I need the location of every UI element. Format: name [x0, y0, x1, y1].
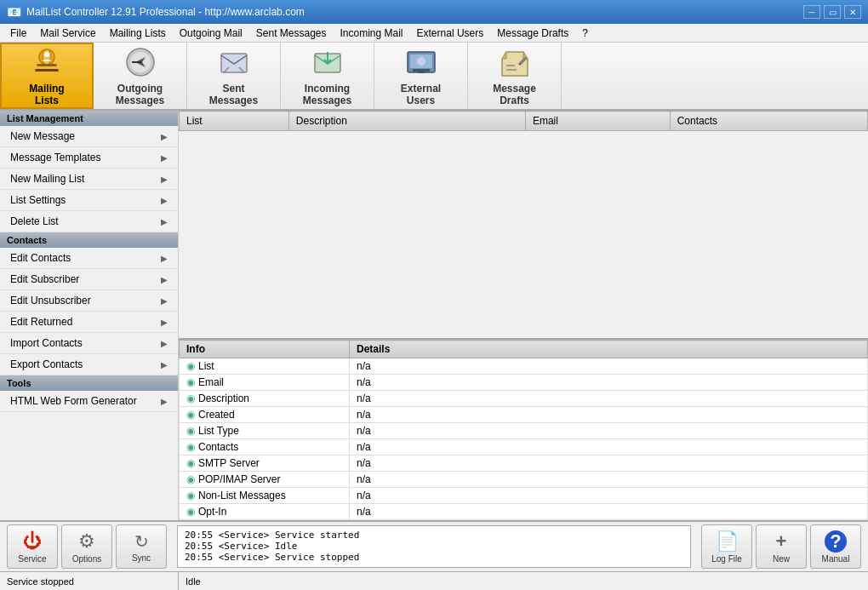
toolbar-mailing-lists-label: MailingLists [29, 83, 64, 106]
detail-row-icon: ◉ [186, 376, 195, 388]
title-bar: 📧 MailList Controller 12.91 Professional… [0, 0, 868, 24]
toolbar-mailing-lists[interactable]: MailingLists [0, 43, 94, 109]
new-mailing-list-arrow-icon: ▶ [161, 175, 168, 184]
service-label: Service [18, 554, 46, 564]
options-label: Options [72, 554, 101, 564]
new-label: New [773, 554, 790, 564]
detail-info-cell: ◉POP/IMAP Server [180, 472, 350, 488]
sync-label: Sync [132, 553, 151, 563]
menu-outgoing-mail[interactable]: Outgoing Mail [173, 26, 249, 41]
main-table: List Description Email Contacts [179, 111, 868, 131]
toolbar-message-drafts[interactable]: MessageDrafts [468, 43, 562, 109]
manual-button[interactable]: ? Manual [810, 524, 861, 569]
edit-contacts-arrow-icon: ▶ [161, 254, 168, 263]
detail-details-cell: n/a [350, 439, 868, 455]
edit-subscriber-arrow-icon: ▶ [161, 275, 168, 284]
sidebar-item-delete-list[interactable]: Delete List ▶ [0, 211, 178, 232]
bottom-area: ⏻ Service ⚙ Options ↻ Sync 20:55 <Servic… [0, 520, 868, 571]
sidebar-item-edit-subscriber[interactable]: Edit Subscriber ▶ [0, 269, 178, 290]
detail-details-cell: n/a [350, 375, 868, 391]
sidebar-section-tools: Tools [0, 375, 178, 391]
menu-help[interactable]: ? [575, 26, 595, 41]
menu-file[interactable]: File [3, 26, 33, 41]
message-templates-arrow-icon: ▶ [161, 153, 168, 163]
sent-messages-icon [217, 45, 251, 79]
detail-table: Info Details ◉Listn/a◉Emailn/a◉Descripti… [179, 340, 868, 520]
sidebar-item-export-contacts[interactable]: Export Contacts ▶ [0, 354, 178, 375]
sidebar-section-list-management: List Management [0, 111, 178, 126]
toolbar-message-drafts-label: MessageDrafts [493, 83, 536, 106]
restore-button[interactable]: ▭ [824, 5, 841, 19]
content-area: List Description Email Contacts Info Det… [179, 111, 868, 520]
close-button[interactable]: ✕ [844, 5, 861, 19]
svg-rect-14 [418, 72, 425, 73]
mailing-lists-icon [30, 45, 64, 79]
sidebar-item-new-message[interactable]: New Message ▶ [0, 126, 178, 147]
sidebar-item-new-mailing-list[interactable]: New Mailing List ▶ [0, 169, 178, 190]
menu-incoming-mail[interactable]: Incoming Mail [334, 26, 410, 41]
detail-info-cell: ◉Description [180, 391, 350, 407]
sidebar-item-edit-contacts[interactable]: Edit Contacts ▶ [0, 248, 178, 269]
detail-col-details: Details [350, 341, 868, 358]
log-lines: 20:55 <Service> Service started20:55 <Se… [185, 530, 683, 563]
toolbar-sent-messages[interactable]: SentMessages [187, 43, 281, 109]
toolbar-external-users[interactable]: ExternalUsers [374, 43, 468, 109]
log-line: 20:55 <Service> Service started [185, 530, 683, 541]
service-buttons: ⏻ Service ⚙ Options ↻ Sync [0, 522, 174, 571]
main-layout: List Management New Message ▶ Message Te… [0, 111, 868, 520]
options-button[interactable]: ⚙ Options [61, 524, 112, 569]
svg-rect-13 [413, 69, 430, 72]
menu-mail-service[interactable]: Mail Service [33, 26, 102, 41]
toolbar-outgoing-messages[interactable]: OutgoingMessages [94, 43, 187, 109]
detail-info-cell: ◉Opt-In [180, 504, 350, 520]
sidebar-item-html-web-form-generator[interactable]: HTML Web Form Generator ▶ [0, 391, 178, 412]
manual-label: Manual [822, 554, 850, 564]
sidebar-item-list-settings[interactable]: List Settings ▶ [0, 190, 178, 211]
export-contacts-arrow-icon: ▶ [161, 360, 168, 369]
sync-button[interactable]: ↻ Sync [116, 524, 167, 569]
status-right-text: Idle [186, 576, 201, 587]
svg-rect-8 [221, 54, 247, 72]
list-settings-arrow-icon: ▶ [161, 196, 168, 205]
sidebar-section-contacts: Contacts [0, 232, 178, 248]
menu-sent-messages[interactable]: Sent Messages [249, 26, 334, 41]
detail-row-icon: ◉ [186, 392, 195, 404]
sidebar: List Management New Message ▶ Message Te… [0, 111, 179, 520]
menu-message-drafts[interactable]: Message Drafts [490, 26, 575, 41]
detail-info-cell: ◉Email [180, 375, 350, 391]
sidebar-item-import-contacts[interactable]: Import Contacts ▶ [0, 333, 178, 354]
window-title: MailList Controller 12.91 Professional -… [26, 6, 305, 18]
menu-external-users[interactable]: External Users [410, 26, 491, 41]
new-button[interactable]: + New [756, 524, 807, 569]
detail-row-icon: ◉ [186, 360, 195, 372]
minimize-button[interactable]: ─ [803, 5, 820, 19]
col-contacts: Contacts [670, 112, 867, 131]
detail-col-info: Info [180, 341, 350, 358]
edit-unsubscriber-arrow-icon: ▶ [161, 296, 168, 306]
detail-details-cell: n/a [350, 504, 868, 520]
detail-details-cell: n/a [350, 407, 868, 423]
detail-details-cell: n/a [350, 455, 868, 472]
sidebar-item-edit-unsubscriber[interactable]: Edit Unsubscriber ▶ [0, 290, 178, 312]
service-button[interactable]: ⏻ Service [7, 524, 58, 569]
sidebar-item-edit-returned[interactable]: Edit Returned ▶ [0, 312, 178, 333]
sidebar-item-message-templates[interactable]: Message Templates ▶ [0, 147, 178, 169]
detail-info-cell: ◉List Type [180, 423, 350, 439]
log-file-label: Log File [711, 554, 742, 564]
detail-row-icon: ◉ [186, 490, 195, 501]
detail-row-icon: ◉ [186, 457, 195, 469]
menu-mailing-lists[interactable]: Mailing Lists [103, 26, 173, 41]
message-drafts-icon [498, 45, 532, 79]
toolbar-external-users-label: ExternalUsers [401, 83, 441, 106]
log-file-button[interactable]: 📄 Log File [701, 524, 752, 569]
detail-info-cell: ◉Non-List Messages [180, 488, 350, 504]
svg-point-12 [417, 57, 425, 66]
log-line: 20:55 <Service> Idle [185, 541, 683, 552]
right-buttons: 📄 Log File + New ? Manual [694, 522, 868, 571]
import-contacts-arrow-icon: ▶ [161, 339, 168, 348]
toolbar-outgoing-messages-label: OutgoingMessages [116, 83, 164, 106]
toolbar-incoming-messages[interactable]: IncomingMessages [281, 43, 374, 109]
toolbar-incoming-messages-label: IncomingMessages [303, 83, 351, 106]
log-file-doc-icon: 📄 [716, 530, 739, 553]
detail-details-cell: n/a [350, 358, 868, 375]
